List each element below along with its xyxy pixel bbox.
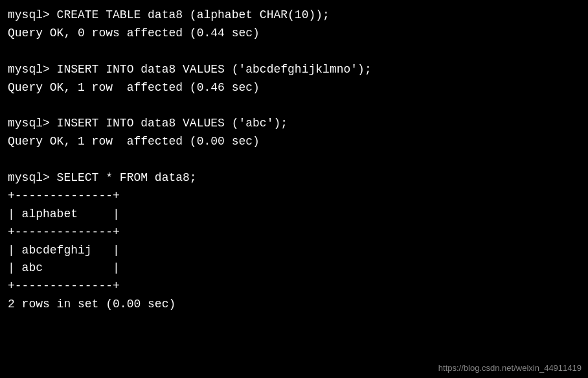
- table-line: +--------------+: [8, 278, 580, 296]
- table-line: +--------------+: [8, 224, 580, 242]
- command-line: mysql> INSERT INTO data8 VALUES ('abcdef…: [8, 61, 580, 79]
- result-line: Query OK, 1 row affected (0.00 sec): [8, 133, 580, 151]
- watermark: https://blog.csdn.net/weixin_44911419: [438, 363, 582, 373]
- result-line: Query OK, 0 rows affected (0.44 sec): [8, 25, 580, 43]
- command-line: mysql> INSERT INTO data8 VALUES ('abc');: [8, 115, 580, 133]
- table-line: | alphabet |: [8, 206, 580, 224]
- result-line: 2 rows in set (0.00 sec): [8, 296, 580, 314]
- result-line: Query OK, 1 row affected (0.46 sec): [8, 79, 580, 97]
- table-line: | abcdefghij |: [8, 242, 580, 260]
- table-line: +--------------+: [8, 187, 580, 206]
- command-line: mysql> CREATE TABLE data8 (alphabet CHAR…: [8, 6, 580, 25]
- blank-line: [8, 97, 580, 115]
- blank-line: [8, 43, 580, 61]
- terminal-window: mysql> CREATE TABLE data8 (alphabet CHAR…: [0, 0, 588, 320]
- blank-line: [8, 151, 580, 169]
- table-line: | abc |: [8, 259, 580, 278]
- command-line: mysql> SELECT * FROM data8;: [8, 169, 580, 187]
